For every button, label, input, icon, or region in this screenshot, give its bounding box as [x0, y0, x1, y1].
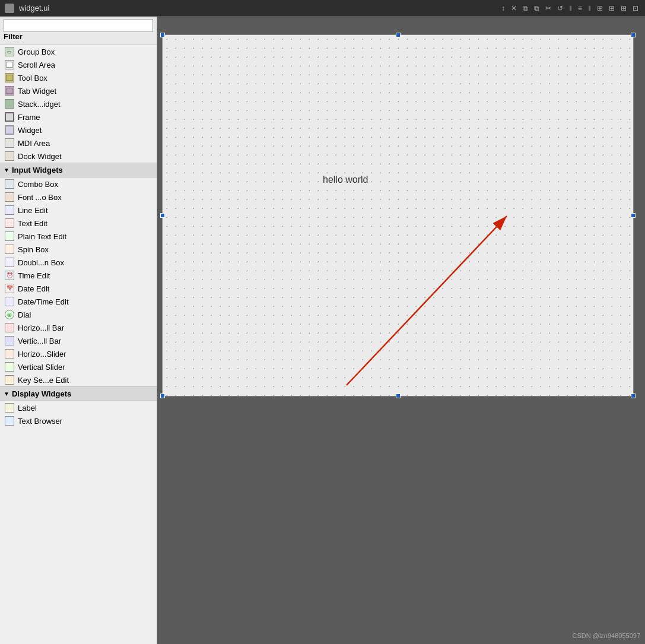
handle-ml[interactable]	[160, 213, 165, 218]
widget-item-label: Key Se...e Edit	[18, 376, 69, 385]
paste-icon[interactable]: ⧉	[532, 3, 541, 14]
app-icon	[5, 4, 14, 13]
widget-item-label: Line Edit	[18, 206, 48, 215]
filter-box: Filter	[0, 17, 157, 45]
icon-label-icon	[5, 403, 14, 413]
toolbar: ↕ ✕ ⧉ ⧉ ✂ ↺ ⦀ ≡ ⦀ ⊞ ⊞ ⊞ ⊡	[500, 3, 640, 14]
widget-item-label: Date/Time Edit	[18, 297, 69, 306]
refresh-icon[interactable]: ↺	[555, 3, 565, 14]
handle-br[interactable]	[631, 394, 636, 398]
widget-item-dock-widget[interactable]: Dock Widget	[0, 150, 157, 163]
widget-item-horizo---ll-bar[interactable]: Horizo...ll Bar	[0, 321, 157, 334]
handle-tl[interactable]	[160, 33, 165, 37]
align-left-icon[interactable]: ⦀	[567, 3, 574, 14]
widget-item-spin-box[interactable]: Spin Box	[0, 243, 157, 256]
main-layout: Filter ▭Group BoxScroll AreaTool BoxTab …	[0, 17, 645, 644]
hello-label: hello world	[323, 175, 368, 185]
zoom-icon[interactable]: ⊡	[631, 3, 640, 14]
icon-stack-icon	[5, 99, 14, 109]
icon-scroll-icon	[5, 60, 14, 69]
widget-item-label: Combo Box	[18, 180, 58, 189]
icon-tab-icon	[5, 86, 14, 96]
widget-item-vertical-slider[interactable]: Vertical Slider	[0, 360, 157, 373]
widget-item-label: Horizo...Slider	[18, 350, 66, 359]
widget-item-label: Horizo...ll Bar	[18, 323, 64, 332]
design-canvas[interactable]: hello world	[162, 34, 634, 396]
widget-item-time-edit[interactable]: ⏰Time Edit	[0, 269, 157, 282]
widget-item-text-browser[interactable]: Text Browser	[0, 414, 157, 427]
arrow-icon[interactable]: ↕	[500, 3, 507, 14]
icon-line-icon	[5, 205, 14, 215]
canvas-area[interactable]: hello world CSDN @lzn948055097	[157, 17, 645, 644]
layout-icon[interactable]: ⊞	[619, 3, 628, 14]
widget-item-label: Vertical Slider	[18, 363, 65, 372]
widget-item-label: Dock Widget	[18, 152, 62, 161]
copy-icon[interactable]: ⧉	[521, 3, 530, 14]
widget-item-label: Spin Box	[18, 245, 49, 254]
widget-item-label: Text Browser	[18, 417, 62, 426]
title-bar: widget.ui ↕ ✕ ⧉ ⧉ ✂ ↺ ⦀ ≡ ⦀ ⊞ ⊞ ⊞ ⊡	[0, 0, 645, 17]
widget-item-horizo---slider[interactable]: Horizo...Slider	[0, 347, 157, 360]
handle-mr[interactable]	[631, 213, 636, 218]
handle-bl[interactable]	[160, 394, 165, 398]
pointer-icon[interactable]: ✕	[509, 3, 519, 14]
align-right-icon[interactable]: ⦀	[586, 3, 593, 14]
widget-item-font----o-box[interactable]: Font ...o Box	[0, 191, 157, 204]
widget-item-scroll-area[interactable]: Scroll Area	[0, 58, 157, 71]
widget-item-dial[interactable]: ◎Dial	[0, 308, 157, 321]
align-center-icon[interactable]: ≡	[576, 3, 584, 14]
widget-item-line-edit[interactable]: Line Edit	[0, 204, 157, 217]
widget-item-doubl---n-box[interactable]: Doubl...n Box	[0, 256, 157, 269]
icon-widget-icon	[5, 125, 14, 135]
icon-group-icon: ▭	[5, 47, 14, 56]
sidebar: Filter ▭Group BoxScroll AreaTool BoxTab …	[0, 17, 157, 644]
widget-item-frame[interactable]: Frame	[0, 110, 157, 123]
icon-text-icon	[5, 218, 14, 228]
distribute-icon[interactable]: ⊞	[595, 3, 605, 14]
widget-item-combo-box[interactable]: Combo Box	[0, 177, 157, 191]
widget-item-label: Doubl...n Box	[18, 258, 64, 267]
icon-font-icon	[5, 192, 14, 202]
widget-item-label: MDI Area	[18, 139, 50, 148]
widget-item-tool-box[interactable]: Tool Box	[0, 71, 157, 84]
widget-item-group-box[interactable]: ▭Group Box	[0, 45, 157, 58]
window-title: widget.ui	[19, 4, 49, 12]
widget-item-date-edit[interactable]: 📅Date Edit	[0, 282, 157, 295]
category-header-input-widgets[interactable]: ▼ Input Widgets	[0, 163, 157, 177]
category-label: Display Widgets	[12, 389, 71, 398]
icon-dock-icon	[5, 151, 14, 161]
icon-dial-icon: ◎	[5, 310, 14, 319]
icon-hslider-icon	[5, 349, 14, 359]
widget-list: ▭Group BoxScroll AreaTool BoxTab WidgetS…	[0, 45, 157, 644]
annotation-arrow	[163, 35, 633, 396]
widget-item-text-edit[interactable]: Text Edit	[0, 217, 157, 230]
widget-item-label[interactable]: Label	[0, 401, 157, 414]
icon-textbrowser-icon	[5, 416, 14, 426]
widget-item-tab-widget[interactable]: Tab Widget	[0, 84, 157, 97]
widget-item-label: Plain Text Edit	[18, 232, 66, 241]
widget-item-date-time-edit[interactable]: Date/Time Edit	[0, 295, 157, 308]
icon-vscroll-icon	[5, 336, 14, 345]
widget-item-label: Text Edit	[18, 219, 47, 228]
grid-icon[interactable]: ⊞	[607, 3, 617, 14]
watermark: CSDN @lzn948055097	[572, 632, 640, 639]
widget-item-label: Time Edit	[18, 271, 50, 280]
category-header-display-widgets[interactable]: ▼ Display Widgets	[0, 386, 157, 401]
widget-item-mdi-area[interactable]: MDI Area	[0, 137, 157, 150]
widget-item-label: Scroll Area	[18, 61, 55, 69]
widget-item-key-se---e-edit[interactable]: Key Se...e Edit	[0, 373, 157, 386]
widget-item-widget[interactable]: Widget	[0, 123, 157, 137]
widget-item-vertic---ll-bar[interactable]: Vertic...ll Bar	[0, 334, 157, 347]
cut-icon[interactable]: ✂	[544, 3, 553, 14]
filter-input[interactable]	[4, 19, 153, 32]
handle-tr[interactable]	[631, 33, 636, 37]
icon-mdi-icon	[5, 138, 14, 148]
icon-vslider-icon	[5, 362, 14, 372]
icon-key-icon	[5, 375, 14, 385]
icon-spin-icon	[5, 245, 14, 254]
widget-item-plain-text-edit[interactable]: Plain Text Edit	[0, 230, 157, 243]
category-label: Input Widgets	[12, 166, 63, 175]
handle-bm[interactable]	[396, 394, 401, 398]
handle-tm[interactable]	[396, 33, 401, 37]
widget-item-stack---idget[interactable]: Stack...idget	[0, 97, 157, 110]
